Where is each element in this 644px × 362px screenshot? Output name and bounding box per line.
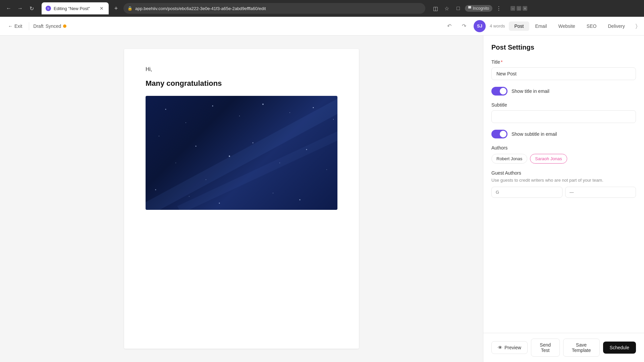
editor-image — [146, 96, 337, 210]
svg-point-7 — [333, 119, 334, 120]
user-avatar[interactable]: SJ — [474, 20, 486, 32]
guest-author-inputs — [491, 187, 636, 198]
tab-website[interactable]: Website — [553, 21, 581, 31]
collapse-sidebar-btn[interactable]: 〉 — [634, 22, 639, 31]
maximize-btn[interactable]: □ — [517, 6, 521, 11]
url-text: app.beehiiv.com/posts/ebc6a222-3e0e-41f3… — [135, 6, 266, 11]
title-input[interactable] — [491, 67, 636, 80]
sidebar-content: Post Settings Title* ✓ Show title in ema… — [483, 36, 644, 333]
address-bar[interactable]: 🔒 app.beehiiv.com/posts/ebc6a222-3e0e-41… — [123, 3, 425, 14]
undo-button[interactable]: ↶ — [444, 21, 455, 32]
guest-authors-desc: Use guests to credit writers who are not… — [491, 178, 636, 183]
authors-section: Authors Robert Jonas Saraoh Jonas — [491, 145, 636, 164]
header-center: ↶ ↷ SJ 4 words — [444, 20, 505, 32]
save-template-button[interactable]: Save Template — [563, 339, 600, 357]
word-count: 4 words — [490, 23, 505, 28]
subtitle-group: Subtitle — [491, 102, 636, 123]
author-saraoh[interactable]: Saraoh Jonas — [530, 154, 567, 164]
show-subtitle-row: ✓ Show subtitle in email — [491, 130, 636, 138]
svg-point-21 — [189, 196, 190, 197]
svg-point-1 — [185, 122, 186, 123]
svg-point-9 — [159, 136, 159, 136]
incognito-label: Incognito — [473, 6, 489, 11]
svg-point-14 — [253, 142, 254, 143]
tab-close-btn[interactable]: ✕ — [99, 5, 105, 11]
svg-point-20 — [155, 189, 156, 190]
svg-point-5 — [289, 112, 290, 113]
subtitle-input[interactable] — [491, 110, 636, 123]
refresh-btn[interactable]: ↻ — [27, 4, 36, 13]
synced-label: Synced — [46, 23, 61, 29]
editor-greeting[interactable]: Hi, — [146, 65, 337, 74]
draft-label: Draft — [33, 23, 43, 29]
draft-status: Draft Synced — [33, 23, 66, 29]
incognito-badge: ▀ Incognito — [465, 5, 492, 12]
svg-point-11 — [175, 163, 176, 163]
synced-dot-icon — [63, 24, 66, 28]
browser-controls: ← → ↻ — [4, 4, 36, 13]
browser-tab[interactable]: b Editing "New Post" ✕ — [42, 2, 109, 14]
forward-btn[interactable]: → — [15, 4, 25, 13]
svg-point-4 — [262, 104, 264, 105]
preview-button[interactable]: 👁 Preview — [491, 341, 528, 354]
show-title-row: ✓ Show title in email — [491, 87, 636, 96]
show-subtitle-label: Show subtitle in email — [512, 131, 557, 137]
header-divider — [29, 22, 29, 30]
lock-icon: 🔒 — [127, 6, 132, 11]
subtitle-label: Subtitle — [491, 102, 636, 108]
more-btn[interactable]: ⋮ — [494, 4, 504, 13]
settings-sidebar: Post Settings Title* ✓ Show title in ema… — [483, 36, 644, 362]
nav-tabs: Post Email Website SEO Delivery — [509, 21, 630, 31]
exit-arrow-icon: ← — [8, 23, 13, 29]
preview-icon: 👁 — [498, 345, 502, 350]
browser-right: ◫ ☆ □ ▀ Incognito ⋮ — [431, 4, 504, 13]
tab-favicon: b — [46, 6, 51, 11]
minimize-btn[interactable]: – — [511, 6, 515, 11]
redo-button[interactable]: ↷ — [459, 21, 470, 32]
author-robert[interactable]: Robert Jonas — [491, 154, 527, 164]
editor-scroll[interactable]: Hi, Many congratulations — [0, 36, 483, 362]
svg-point-0 — [165, 109, 166, 110]
svg-point-3 — [239, 116, 240, 116]
exit-label: Exit — [14, 23, 22, 29]
stars-svg — [146, 96, 337, 210]
author-tags: Robert Jonas Saraoh Jonas — [491, 154, 636, 164]
title-label: Title* — [491, 59, 636, 65]
show-title-label: Show title in email — [512, 88, 549, 94]
show-title-toggle[interactable]: ✓ — [491, 87, 507, 96]
show-subtitle-toggle[interactable]: ✓ — [491, 130, 507, 138]
tab-email[interactable]: Email — [530, 21, 552, 31]
title-required: * — [501, 59, 502, 65]
svg-point-24 — [300, 199, 301, 200]
tab-delivery[interactable]: Delivery — [602, 21, 630, 31]
exit-button[interactable]: ← Exit — [5, 22, 25, 30]
tab-post[interactable]: Post — [509, 21, 529, 31]
guest-input-2[interactable] — [565, 187, 636, 198]
guest-authors-label: Guest Authors — [491, 170, 636, 176]
new-tab-btn[interactable]: + — [111, 4, 121, 13]
guest-input-1[interactable] — [491, 187, 562, 198]
svg-point-6 — [313, 107, 314, 108]
sidebar-footer: 👁 Preview Send Test Save Template Schedu… — [483, 333, 644, 362]
svg-point-12 — [229, 156, 230, 157]
svg-point-22 — [219, 202, 220, 203]
svg-line-28 — [179, 116, 337, 210]
bookmark-btn[interactable]: ☆ — [442, 4, 451, 13]
extensions-btn[interactable]: ◫ — [431, 4, 440, 13]
guest-authors-section: Guest Authors Use guests to credit write… — [491, 170, 636, 198]
svg-point-10 — [196, 145, 197, 146]
main-layout: Hi, Many congratulations — [0, 36, 644, 362]
editor-content[interactable]: Hi, Many congratulations — [124, 49, 359, 349]
tab-seo[interactable]: SEO — [581, 21, 602, 31]
window-controls: – □ ✕ — [511, 6, 527, 11]
toggle-slider-icon — [491, 87, 507, 96]
tab-title: Editing "New Post" — [54, 6, 90, 11]
send-test-button[interactable]: Send Test — [531, 339, 560, 357]
authors-label: Authors — [491, 145, 636, 150]
close-window-btn[interactable]: ✕ — [523, 6, 527, 11]
editor-heading[interactable]: Many congratulations — [146, 79, 337, 88]
profile-btn[interactable]: □ — [453, 4, 463, 13]
back-btn[interactable]: ← — [4, 4, 13, 13]
editor-area: Hi, Many congratulations — [0, 36, 483, 362]
schedule-button[interactable]: Schedule — [603, 342, 636, 354]
